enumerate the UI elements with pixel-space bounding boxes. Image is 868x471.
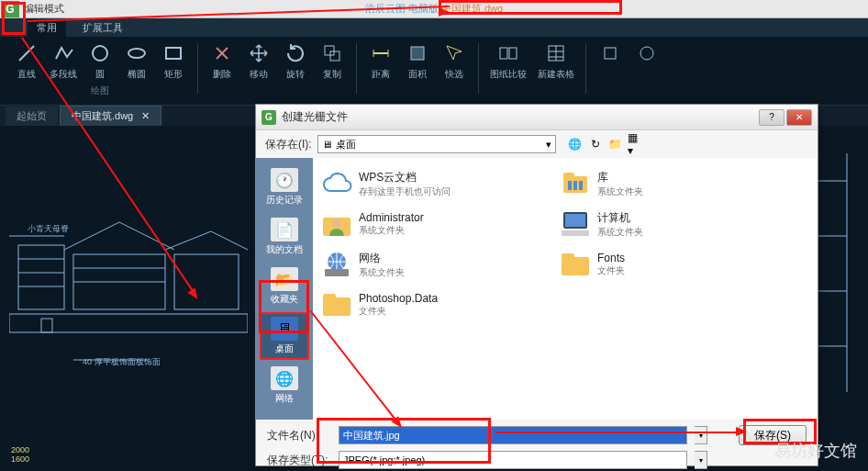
filetype-dropdown[interactable]: ▾ <box>695 451 707 469</box>
area-icon <box>405 40 430 66</box>
panel-draw-label: 绘图 <box>91 84 109 97</box>
watermark: 易坊好文馆 <box>774 440 857 462</box>
places-sidebar: 🕐历史记录 📄我的文档 📂收藏夹 🖥桌面 🌐网络 <box>256 158 313 420</box>
svg-rect-41 <box>563 173 574 178</box>
svg-rect-18 <box>605 48 616 59</box>
cloud-icon <box>320 167 353 200</box>
chevron-down-icon: ▾ <box>546 139 551 151</box>
item-library[interactable]: 库系统文件夹 <box>559 165 770 202</box>
tab-active-doc[interactable]: 中国建筑.dwg ✕ <box>60 106 161 127</box>
dialog-title: 创建光栅文件 <box>282 109 759 125</box>
tab-extensions[interactable]: 扩展工具 <box>73 19 132 37</box>
item-computer[interactable]: 计算机系统文件夹 <box>559 206 770 242</box>
tool-misc-2[interactable] <box>629 39 664 68</box>
help-button[interactable]: ? <box>759 109 785 126</box>
view-button[interactable]: ▦ ▾ <box>628 136 644 152</box>
svg-rect-29 <box>174 254 239 309</box>
btn-move[interactable]: 移动 <box>241 39 276 83</box>
ribbon-tabs: 常用 扩展工具 <box>0 18 868 37</box>
tab-start[interactable]: 起始页 <box>6 107 58 126</box>
svg-rect-22 <box>18 245 64 309</box>
svg-point-1 <box>93 46 107 61</box>
filename-dropdown[interactable]: ▾ <box>695 426 707 444</box>
btn-distance[interactable]: 距离 <box>363 39 398 83</box>
up-button[interactable]: 📁 <box>607 136 624 152</box>
svg-line-0 <box>19 46 34 61</box>
delete-icon <box>209 40 235 66</box>
svg-point-19 <box>640 47 653 60</box>
close-tab-icon[interactable]: ✕ <box>141 110 150 121</box>
btn-delete[interactable]: 删除 <box>205 39 239 83</box>
filetype-input[interactable] <box>339 451 687 469</box>
svg-rect-30 <box>9 314 248 332</box>
folder-icon <box>559 248 592 281</box>
quicksel-icon <box>441 40 467 66</box>
polyline-icon <box>50 40 76 66</box>
user-folder-icon <box>320 207 353 241</box>
svg-rect-51 <box>325 269 349 276</box>
line-icon <box>14 40 39 66</box>
docs-icon: 📄 <box>271 218 298 241</box>
item-fonts[interactable]: Fonts文件夹 <box>559 246 770 283</box>
svg-rect-55 <box>323 294 336 299</box>
svg-rect-52 <box>562 257 589 275</box>
item-network[interactable]: 网络系统文件夹 <box>320 246 531 283</box>
dialog-titlebar[interactable]: G 创建光栅文件 ? ✕ <box>256 105 818 130</box>
btn-line[interactable]: 直线 <box>9 39 44 83</box>
dialog-toolbar: 保存在(I): 🖥 桌面 ▾ 🌐 ↻ 📁 ▦ ▾ <box>256 130 818 158</box>
library-icon <box>559 167 592 200</box>
sidebar-history[interactable]: 🕐历史记录 <box>260 163 309 211</box>
network-icon: 🌐 <box>271 366 298 390</box>
history-icon: 🕐 <box>271 168 298 192</box>
save-in-label: 保存在(I): <box>265 137 312 152</box>
file-list[interactable]: WPS云文档存到这里手机也可访问 库系统文件夹 Administrator系统文… <box>313 158 818 420</box>
svg-rect-7 <box>330 51 339 61</box>
back-button[interactable]: 🌐 <box>567 136 584 152</box>
btn-rect[interactable]: 矩形 <box>156 39 191 83</box>
btn-rotate[interactable]: 旋转 <box>278 39 313 83</box>
svg-rect-43 <box>573 181 577 190</box>
coord-readout: 20001600 <box>11 445 29 464</box>
filetype-label: 保存类型(T): <box>267 453 331 468</box>
tool-misc-1[interactable] <box>593 39 628 68</box>
item-photoshop[interactable]: Photoshop.Data文件夹 <box>320 286 531 323</box>
btn-copy[interactable]: 复制 <box>315 39 350 83</box>
save-in-combo[interactable]: 🖥 桌面 ▾ <box>317 135 556 153</box>
btn-ellipse[interactable]: 椭圆 <box>119 39 154 83</box>
sidebar-desktop[interactable]: 🖥桌面 <box>260 312 309 360</box>
svg-text:40 厚平板饰面板饰面: 40 厚平板饰面板饰面 <box>83 357 161 366</box>
app-icon: G <box>1 1 19 17</box>
svg-rect-48 <box>565 214 585 227</box>
compare-icon <box>495 40 521 66</box>
network-folder-icon <box>320 248 353 281</box>
btn-compare[interactable]: 图纸比较 <box>485 39 531 83</box>
svg-rect-53 <box>562 253 574 259</box>
save-dialog: G 创建光栅文件 ? ✕ 保存在(I): 🖥 桌面 ▾ 🌐 ↻ 📁 ▦ ▾ 🕐历… <box>255 104 818 466</box>
top-bar: G 编辑模式 浩辰云图 电脑版 中国建筑.dwg <box>0 0 868 18</box>
sidebar-favorites[interactable]: 📂收藏夹 <box>260 263 309 310</box>
btn-area[interactable]: 面积 <box>400 39 435 83</box>
item-wps[interactable]: WPS云文档存到这里手机也可访问 <box>320 165 531 202</box>
svg-rect-49 <box>562 230 589 236</box>
tab-common[interactable]: 常用 <box>28 19 66 37</box>
btn-quicksel[interactable]: 快选 <box>437 39 472 83</box>
svg-rect-54 <box>323 297 351 316</box>
desktop-side-icon: 🖥 <box>271 317 298 341</box>
item-admin[interactable]: Administrator系统文件夹 <box>320 206 531 242</box>
btn-newtable[interactable]: 新建表格 <box>533 39 579 83</box>
move-icon <box>246 40 272 66</box>
filename-input[interactable] <box>339 426 687 444</box>
building-elevation: 小青天母脊 40 厚平板饰面板饰面 <box>9 181 248 374</box>
table-icon <box>543 40 569 66</box>
close-button[interactable]: ✕ <box>786 109 812 126</box>
svg-rect-11 <box>411 47 424 60</box>
star-icon: 📂 <box>271 267 298 291</box>
svg-rect-12 <box>500 48 507 59</box>
btn-polyline[interactable]: 多段线 <box>46 39 81 83</box>
refresh-button[interactable]: ↻ <box>587 136 604 152</box>
sidebar-network[interactable]: 🌐网络 <box>260 362 309 409</box>
btn-circle[interactable]: 圆 <box>83 39 117 83</box>
dialog-icon: G <box>262 110 276 125</box>
sidebar-mydocs[interactable]: 📄我的文档 <box>260 213 309 261</box>
distance-icon <box>368 40 394 66</box>
